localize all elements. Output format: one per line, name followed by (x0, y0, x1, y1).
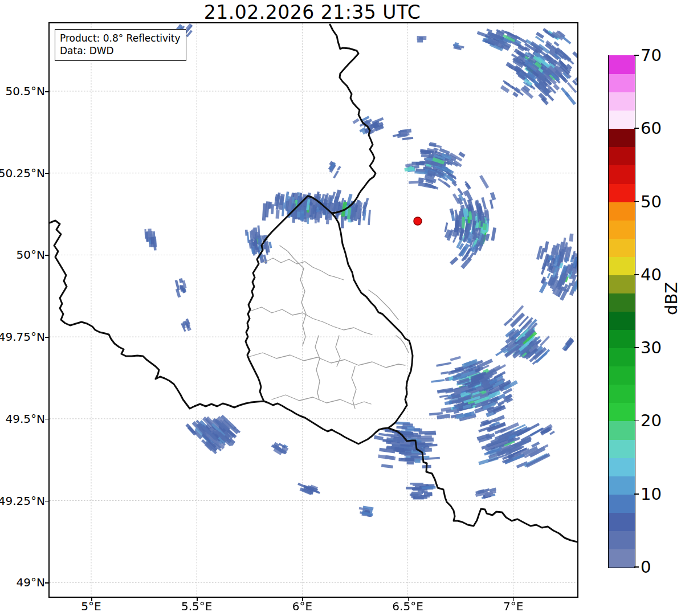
colorbar-segment (609, 256, 635, 275)
x-tick-label: 6°E (292, 599, 312, 613)
colorbar-tick-label: 70 (641, 46, 662, 65)
y-tick-label: 49.5°N (6, 412, 46, 426)
colorbar-segment (609, 165, 635, 184)
colorbar-tick-label: 40 (641, 265, 662, 284)
colorbar-segment (609, 202, 635, 221)
colorbar-segment (609, 92, 635, 111)
x-tick-label: 6.5°E (392, 599, 423, 613)
colorbar-segment (609, 111, 635, 129)
colorbar-segment (609, 421, 635, 440)
y-tick-label: 49°N (17, 576, 45, 589)
colorbar-axis-label: dBZ (662, 281, 681, 315)
colorbar-segment (609, 74, 635, 92)
colorbar-tick-mark (634, 274, 639, 275)
y-tick-label: 49.25°N (0, 494, 45, 508)
colorbar-segment (609, 366, 635, 385)
colorbar-segment (609, 494, 635, 513)
map-plot-area (48, 22, 578, 598)
colorbar-tick-mark (634, 55, 639, 56)
x-tick-mark (408, 598, 409, 601)
y-tick-label: 50.25°N (0, 166, 45, 180)
y-tick-label: 49.75°N (0, 330, 45, 344)
colorbar (608, 55, 635, 568)
x-tick-label: 5°E (81, 599, 101, 613)
country-border (50, 221, 264, 409)
admin-border (315, 336, 320, 399)
colorbar-segment (609, 238, 635, 257)
y-tick-label: 50°N (17, 248, 45, 262)
colorbar-tick-mark (634, 128, 639, 129)
colorbar-tick-mark (634, 347, 639, 348)
x-tick-label: 5.5°E (181, 599, 212, 613)
colorbar-segment (609, 549, 635, 568)
y-tick-mark (45, 255, 48, 256)
colorbar-tick-mark (634, 201, 639, 202)
country-border (388, 428, 577, 542)
admin-border (250, 307, 372, 334)
colorbar-segment (609, 183, 635, 202)
admin-border (352, 366, 356, 409)
y-tick-mark (45, 419, 48, 420)
colorbar-segment (609, 531, 635, 549)
colorbar-tick-mark (634, 493, 639, 495)
radar-figure: 21.02.2026 21:35 UTC Product: 0.8° Refle… (0, 0, 685, 616)
colorbar-segment (609, 403, 635, 422)
x-tick-mark (302, 598, 303, 601)
y-tick-mark (45, 173, 48, 174)
x-tick-mark (91, 598, 92, 601)
colorbar-tick-label: 20 (641, 411, 662, 430)
product-line: Product: 0.8° Reflectivity (60, 32, 181, 44)
colorbar-segment (609, 329, 635, 348)
colorbar-tick-label: 30 (641, 338, 662, 357)
colorbar-segment (609, 348, 635, 367)
y-tick-mark (45, 582, 48, 584)
colorbar-segment (609, 129, 635, 148)
admin-border (396, 336, 409, 353)
colorbar-segment (609, 512, 635, 531)
y-tick-mark (45, 91, 48, 92)
admin-border (272, 395, 371, 405)
colorbar-tick-mark (634, 566, 639, 568)
y-tick-mark (45, 337, 48, 338)
colorbar-segment (609, 275, 635, 293)
y-tick-mark (45, 501, 48, 502)
colorbar-segment (609, 439, 635, 458)
country-borders-layer (50, 23, 577, 597)
figure-title: 21.02.2026 21:35 UTC (48, 1, 576, 23)
colorbar-tick-label: 0 (641, 557, 651, 577)
product-info-box: Product: 0.8° Reflectivity Data: DWD (55, 29, 186, 61)
country-border (330, 25, 376, 213)
colorbar-segment (609, 458, 635, 476)
admin-border (280, 246, 304, 268)
colorbar-tick-label: 60 (641, 119, 662, 138)
colorbar-segment (609, 220, 635, 239)
country-border (246, 196, 413, 444)
colorbar-segment (609, 476, 635, 495)
colorbar-segment (609, 293, 635, 312)
x-tick-mark (513, 598, 515, 601)
y-tick-label: 50.5°N (6, 84, 46, 98)
colorbar-segment (609, 147, 635, 166)
colorbar-segment (609, 385, 635, 403)
admin-border (300, 268, 306, 345)
colorbar-segment (609, 311, 635, 330)
data-source-line: Data: DWD (60, 44, 181, 57)
colorbar-segment (609, 55, 635, 74)
radar-site-marker (414, 217, 422, 225)
x-tick-label: 7°E (503, 599, 523, 613)
colorbar-tick-label: 50 (641, 192, 662, 211)
colorbar-tick-mark (634, 421, 639, 422)
admin-border (249, 353, 405, 368)
colorbar-tick-label: 10 (641, 484, 662, 504)
x-tick-mark (197, 598, 198, 601)
